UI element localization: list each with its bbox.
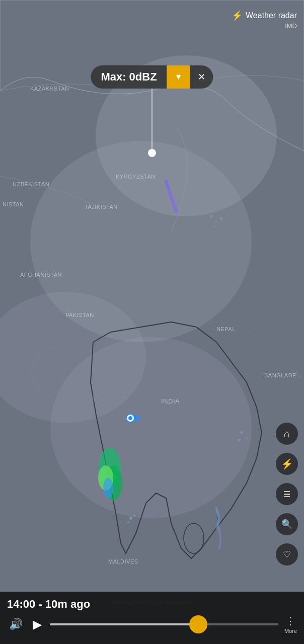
progress-thumb[interactable] [189,615,207,633]
progress-fill [50,623,198,625]
more-dots-icon: ⋮ [285,615,295,627]
progress-bar[interactable] [50,623,278,625]
svg-point-10 [129,517,132,520]
svg-point-9 [103,478,113,498]
slider-track [151,89,153,154]
close-icon: ✕ [198,71,205,83]
heart-icon: ♡ [283,549,291,560]
dbz-control: Max: 0dBZ ▼ ✕ [91,65,213,89]
weather-radar-label: ⚡ Weather radar IMD [232,10,297,30]
time-label: 14:00 - 10m ago [7,598,297,611]
location-dot-inner [127,415,134,422]
user-location [125,413,136,424]
radar-title-text: Weather radar [246,11,297,20]
svg-point-12 [127,521,129,523]
svg-point-16 [213,225,215,227]
svg-point-15 [220,217,223,220]
play-button[interactable]: ▶ [31,615,44,633]
lightning-icon: ⚡ [281,458,293,470]
more-button[interactable]: ⋮ More [284,615,297,634]
vertical-slider[interactable] [151,89,153,154]
home-icon: ⌂ [284,428,290,440]
svg-point-17 [240,431,243,434]
dbz-close-button[interactable]: ✕ [190,65,213,89]
radar-source: IMD [285,22,297,30]
more-label: More [284,628,297,634]
svg-point-11 [133,515,135,517]
slider-thumb[interactable] [148,149,156,157]
home-button[interactable]: ⌂ [276,423,298,445]
svg-point-19 [238,439,241,442]
search-button[interactable]: 🔍 [276,513,298,535]
menu-icon: ☰ [283,490,290,499]
sound-button[interactable]: 🔊 [7,616,25,633]
bottom-bar: 14:00 - 10m ago 🔊 ▶ ⋮ More [0,592,304,644]
svg-point-4 [50,337,252,518]
radar-icon: ⚡ [232,10,243,21]
menu-button[interactable]: ☰ [276,483,298,505]
lightning-button[interactable]: ⚡ [276,453,298,475]
search-icon: 🔍 [281,519,292,530]
location-direction-arrow [135,415,142,422]
dbz-dropdown-button[interactable]: ▼ [167,65,190,89]
favorites-button[interactable]: ♡ [276,543,298,566]
dbz-label: Max: 0dBZ [91,65,167,89]
sound-icon: 🔊 [9,618,23,630]
svg-point-13 [210,215,213,218]
svg-point-18 [246,437,248,439]
chevron-down-icon: ▼ [175,72,183,82]
right-sidebar: ⌂ ⚡ ☰ 🔍 ♡ [276,423,298,566]
bottom-controls: 🔊 ▶ ⋮ More [7,615,297,634]
svg-point-14 [215,220,217,222]
play-icon: ▶ [33,617,42,631]
